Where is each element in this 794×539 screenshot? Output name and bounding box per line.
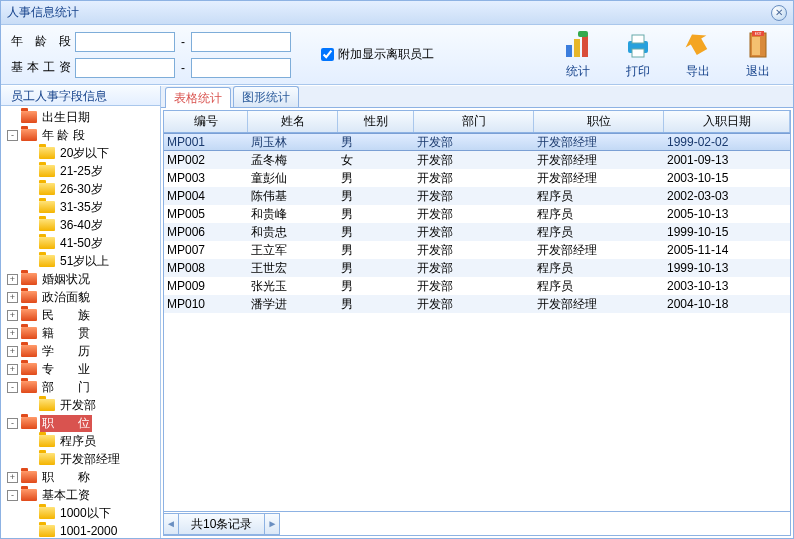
cell: 男 — [338, 259, 414, 277]
pager-prev[interactable]: ◄ — [163, 513, 179, 535]
tree-node[interactable]: 开发部 — [1, 396, 160, 414]
tree-node-label: 36-40岁 — [58, 217, 105, 234]
tab-chart[interactable]: 图形统计 — [233, 86, 299, 107]
cell: MP004 — [164, 187, 248, 205]
tree-node-label: 开发部经理 — [58, 451, 122, 468]
tree-node[interactable]: 开发部经理 — [1, 450, 160, 468]
col-header-name[interactable]: 姓名 — [248, 111, 338, 132]
table-row[interactable]: MP007王立军男开发部开发部经理2005-11-14 — [164, 241, 790, 259]
expand-icon[interactable]: + — [7, 310, 18, 321]
svg-text:EXIT: EXIT — [755, 32, 762, 36]
table-row[interactable]: MP008王世宏男开发部程序员1999-10-13 — [164, 259, 790, 277]
window-title: 人事信息统计 — [7, 4, 771, 21]
table-row[interactable]: MP009张光玉男开发部程序员2003-10-13 — [164, 277, 790, 295]
tree-node[interactable]: 21-25岁 — [1, 162, 160, 180]
cell: 程序员 — [534, 205, 664, 223]
tree-node[interactable]: +学 历 — [1, 342, 160, 360]
age-from-input[interactable] — [75, 32, 175, 52]
tree-node-label: 职 称 — [40, 469, 92, 486]
expand-icon[interactable]: + — [7, 364, 18, 375]
table-row[interactable]: MP004陈伟基男开发部程序员2002-03-03 — [164, 187, 790, 205]
tree-body[interactable]: 出生日期-年 龄 段20岁以下21-25岁26-30岁31-35岁36-40岁4… — [1, 106, 160, 538]
tree-node[interactable]: 26-30岁 — [1, 180, 160, 198]
expand-icon[interactable]: + — [7, 346, 18, 357]
col-header-dept[interactable]: 部门 — [414, 111, 534, 132]
tree-node[interactable]: +民 族 — [1, 306, 160, 324]
stats-button[interactable]: 统计 — [553, 29, 603, 80]
collapse-icon[interactable]: - — [7, 418, 18, 429]
collapse-icon[interactable]: - — [7, 382, 18, 393]
close-button[interactable]: ✕ — [771, 5, 787, 21]
grid-body[interactable]: MP001周玉林男开发部开发部经理1999-02-02MP002孟冬梅女开发部开… — [164, 133, 790, 511]
expand-icon[interactable]: + — [7, 292, 18, 303]
exit-button[interactable]: EXIT 退出 — [733, 29, 783, 80]
tree-spacer — [7, 112, 18, 123]
folder-icon — [39, 201, 55, 213]
cell: 开发部 — [414, 169, 534, 187]
table-row[interactable]: MP001周玉林男开发部开发部经理1999-02-02 — [164, 133, 790, 151]
tree-node[interactable]: 31-35岁 — [1, 198, 160, 216]
table-row[interactable]: MP010潘学进男开发部开发部经理2004-10-18 — [164, 295, 790, 313]
tree-node[interactable]: 程序员 — [1, 432, 160, 450]
tree-node[interactable]: +职 称 — [1, 468, 160, 486]
tree-node[interactable]: -基本工资 — [1, 486, 160, 504]
col-header-id[interactable]: 编号 — [164, 111, 248, 132]
tree-node-label: 21-25岁 — [58, 163, 105, 180]
tree-node-label: 1001-2000 — [58, 524, 119, 538]
folder-icon — [39, 237, 55, 249]
tree-node[interactable]: 41-50岁 — [1, 234, 160, 252]
print-button[interactable]: 打印 — [613, 29, 663, 80]
col-header-pos[interactable]: 职位 — [534, 111, 664, 132]
expand-icon[interactable]: + — [7, 472, 18, 483]
tree-spacer — [25, 238, 36, 249]
expand-icon[interactable]: + — [7, 328, 18, 339]
col-header-gender[interactable]: 性别 — [338, 111, 414, 132]
tree-node[interactable]: 36-40岁 — [1, 216, 160, 234]
cell: 开发部经理 — [534, 169, 664, 187]
tree-node[interactable]: -年 龄 段 — [1, 126, 160, 144]
tree-node[interactable]: 1001-2000 — [1, 522, 160, 538]
salary-from-input[interactable] — [75, 58, 175, 78]
cell: 开发部经理 — [534, 241, 664, 259]
filter-group: 年 龄 段 - 基本工资 - — [11, 32, 291, 78]
export-button[interactable]: 导出 — [673, 29, 723, 80]
tree-node-label: 程序员 — [58, 433, 98, 450]
tree-node-label: 部 门 — [40, 379, 92, 396]
table-row[interactable]: MP005和贵峰男开发部程序员2005-10-13 — [164, 205, 790, 223]
tree-spacer — [25, 148, 36, 159]
table-row[interactable]: MP006和贵忠男开发部程序员1999-10-15 — [164, 223, 790, 241]
table-row[interactable]: MP003童彭仙男开发部开发部经理2003-10-15 — [164, 169, 790, 187]
tab-table[interactable]: 表格统计 — [165, 87, 231, 108]
expand-icon[interactable]: + — [7, 274, 18, 285]
cell: 王立军 — [248, 241, 338, 259]
show-left-checkbox[interactable] — [321, 48, 334, 61]
tree-node[interactable]: +婚姻状况 — [1, 270, 160, 288]
cell: 童彭仙 — [248, 169, 338, 187]
tree-node[interactable]: +政治面貌 — [1, 288, 160, 306]
printer-icon — [622, 29, 654, 61]
tree-node[interactable]: -职 位 — [1, 414, 160, 432]
folder-icon — [21, 363, 37, 375]
tree-node[interactable]: +专 业 — [1, 360, 160, 378]
cell: 程序员 — [534, 259, 664, 277]
svg-rect-0 — [566, 45, 572, 57]
table-row[interactable]: MP002孟冬梅女开发部开发部经理2001-09-13 — [164, 151, 790, 169]
tree-node[interactable]: -部 门 — [1, 378, 160, 396]
col-header-date[interactable]: 入职日期 — [664, 111, 790, 132]
tree-node[interactable]: 20岁以下 — [1, 144, 160, 162]
tree-node[interactable]: +籍 贯 — [1, 324, 160, 342]
folder-icon — [39, 219, 55, 231]
collapse-icon[interactable]: - — [7, 130, 18, 141]
cell: 男 — [338, 241, 414, 259]
age-label: 年 龄 段 — [11, 33, 71, 50]
tree-node-label: 年 龄 段 — [40, 127, 87, 144]
tree-node[interactable]: 51岁以上 — [1, 252, 160, 270]
tree-node[interactable]: 出生日期 — [1, 108, 160, 126]
salary-to-input[interactable] — [191, 58, 291, 78]
tree-spacer — [25, 256, 36, 267]
collapse-icon[interactable]: - — [7, 490, 18, 501]
tree-node[interactable]: 1000以下 — [1, 504, 160, 522]
pager-next[interactable]: ► — [264, 513, 280, 535]
age-to-input[interactable] — [191, 32, 291, 52]
folder-icon — [21, 327, 37, 339]
